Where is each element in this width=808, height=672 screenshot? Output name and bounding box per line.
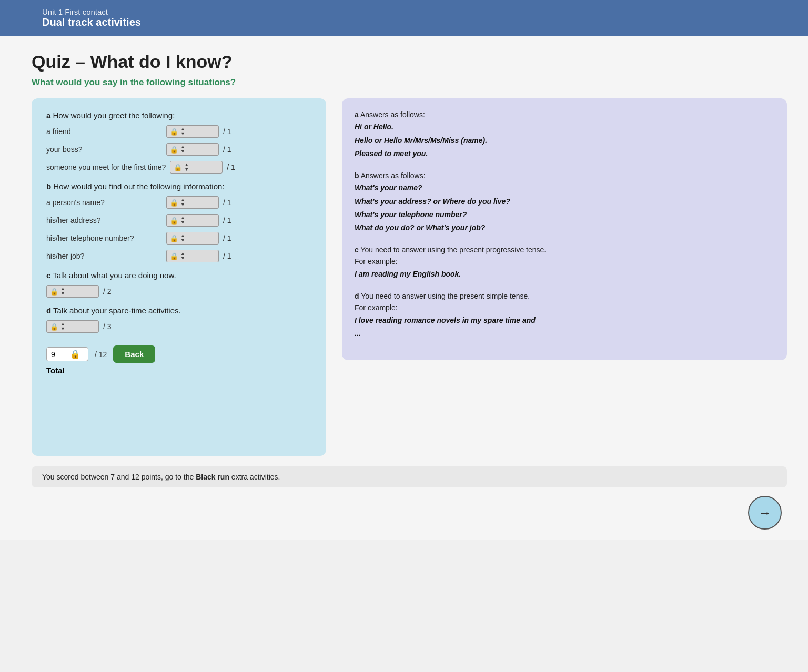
section-b-score-1: / 1 xyxy=(223,198,231,207)
lock-icon-3: 🔒 xyxy=(174,164,182,171)
spinner-b1[interactable]: ▲ ▼ xyxy=(180,198,185,207)
bottom-info-bold: Black run xyxy=(196,473,229,481)
spinner-d[interactable]: ▲ ▼ xyxy=(60,322,65,331)
section-a-select-3[interactable]: 🔒 ▲ ▼ xyxy=(170,161,223,174)
section-b-label-4: his/her job? xyxy=(46,252,162,260)
next-arrow-button[interactable]: → xyxy=(748,496,782,530)
section-b-select-4[interactable]: 🔒 ▲ ▼ xyxy=(166,250,219,262)
total-input-box[interactable]: 🔒 xyxy=(46,347,88,361)
section-a-item-3: someone you meet for the first time? 🔒 ▲… xyxy=(46,161,311,174)
section-b-score-2: / 1 xyxy=(223,216,231,225)
section-c: c Talk about what you are doing now. 🔒 ▲… xyxy=(46,271,311,298)
spinner-b3[interactable]: ▲ ▼ xyxy=(180,233,185,243)
section-b: b How would you find out the following i… xyxy=(46,182,311,262)
answer-a-letter: a xyxy=(355,110,359,119)
section-b-item-4: his/her job? 🔒 ▲ ▼ / 1 xyxy=(46,250,311,262)
section-c-score: / 2 xyxy=(103,287,112,296)
answer-b: b Answers as follows: What's your name? … xyxy=(355,170,774,235)
section-b-item-1: a person's name? 🔒 ▲ ▼ / 1 xyxy=(46,196,311,209)
section-a-item-1: a friend 🔒 ▲ ▼ / 1 xyxy=(46,125,311,138)
section-d-score: / 3 xyxy=(103,322,112,331)
lock-icon-b4: 🔒 xyxy=(170,252,178,260)
lock-icon-2: 🔒 xyxy=(170,146,178,154)
section-b-question: b How would you find out the following i… xyxy=(46,182,311,191)
answer-c-intro: c You need to answer using the present p… xyxy=(355,244,774,268)
section-a-question: a How would you greet the following: xyxy=(46,111,311,120)
section-a-score-3: / 1 xyxy=(227,163,235,171)
spinner-2[interactable]: ▲ ▼ xyxy=(180,145,185,154)
lock-icon-b2: 🔒 xyxy=(170,217,178,225)
right-panel: a Answers as follows: Hi or Hello. Hello… xyxy=(342,98,787,360)
answer-a-lines: Hi or Hello. Hello or Hello Mr/Mrs/Ms/Mi… xyxy=(355,120,774,160)
total-of: / 12 xyxy=(95,350,107,359)
answer-c-lines: I am reading my English book. xyxy=(355,268,774,281)
section-b-item-2: his/her address? 🔒 ▲ ▼ / 1 xyxy=(46,214,311,227)
spinner-1[interactable]: ▲ ▼ xyxy=(180,127,185,136)
section-a-select-2[interactable]: 🔒 ▲ ▼ xyxy=(166,143,219,156)
section-c-input-row: 🔒 ▲ ▼ / 2 xyxy=(46,285,311,298)
answer-d: d You need to answer using the present s… xyxy=(355,290,774,340)
section-a-label-2: your boss? xyxy=(46,145,162,154)
total-row: 🔒 / 12 Back xyxy=(46,345,311,363)
lock-icon-total: 🔒 xyxy=(70,349,80,359)
left-panel: a How would you greet the following: a f… xyxy=(32,98,326,456)
answer-b-lines: What's your name? What's your address? o… xyxy=(355,181,774,235)
answer-c: c You need to answer using the present p… xyxy=(355,244,774,281)
quiz-subtitle: What would you say in the following situ… xyxy=(32,77,787,88)
section-a-score-2: / 1 xyxy=(223,145,231,154)
section-a-label-1: a friend xyxy=(46,127,162,136)
section-b-item-3: his/her telephone number? 🔒 ▲ ▼ / 1 xyxy=(46,232,311,245)
bottom-info-text1: You scored between 7 and 12 points, go t… xyxy=(42,473,196,481)
spinner-b4[interactable]: ▲ ▼ xyxy=(180,251,185,261)
total-label: Total xyxy=(46,366,311,375)
answer-d-letter: d xyxy=(355,292,359,300)
header-title: Dual track activities xyxy=(42,16,792,28)
spinner-b2[interactable]: ▲ ▼ xyxy=(180,216,185,225)
section-d: d Talk about your spare-time activities.… xyxy=(46,306,311,333)
spinner-c[interactable]: ▲ ▼ xyxy=(60,287,65,296)
section-b-score-4: / 1 xyxy=(223,252,231,260)
section-d-input-row: 🔒 ▲ ▼ / 3 xyxy=(46,320,311,333)
section-a-select-1[interactable]: 🔒 ▲ ▼ xyxy=(166,125,219,138)
answer-d-lines: I love reading romance novels in my spar… xyxy=(355,314,774,340)
lock-icon-1: 🔒 xyxy=(170,128,178,136)
section-a-label-3: someone you meet for the first time? xyxy=(46,163,166,171)
section-b-label-2: his/her address? xyxy=(46,216,162,225)
two-column-layout: a How would you greet the following: a f… xyxy=(32,98,787,456)
answer-d-intro: d You need to answer using the present s… xyxy=(355,290,774,314)
answer-b-letter: b xyxy=(355,171,359,180)
lock-icon-c: 🔒 xyxy=(50,288,58,296)
back-button[interactable]: Back xyxy=(113,345,155,363)
section-b-label-3: his/her telephone number? xyxy=(46,234,162,242)
total-value-input[interactable] xyxy=(51,350,67,359)
section-b-label-1: a person's name? xyxy=(46,198,162,207)
page-header: Unit 1 First contact Dual track activiti… xyxy=(0,0,808,36)
bottom-info-text2: extra activities. xyxy=(229,473,280,481)
section-b-select-2[interactable]: 🔒 ▲ ▼ xyxy=(166,214,219,227)
arrow-button-container: → xyxy=(32,496,787,530)
lock-icon-b3: 🔒 xyxy=(170,235,178,242)
section-c-select[interactable]: 🔒 ▲ ▼ xyxy=(46,285,99,298)
header-subtitle: Unit 1 First contact xyxy=(42,7,792,16)
section-a: a How would you greet the following: a f… xyxy=(46,111,311,174)
quiz-title: Quiz – What do I know? xyxy=(32,52,787,72)
spinner-3[interactable]: ▲ ▼ xyxy=(184,162,189,172)
bottom-info: You scored between 7 and 12 points, go t… xyxy=(32,466,787,487)
lock-icon-b1: 🔒 xyxy=(170,199,178,207)
section-c-question: c Talk about what you are doing now. xyxy=(46,271,311,280)
answer-a-intro: a Answers as follows: xyxy=(355,109,774,120)
answer-a: a Answers as follows: Hi or Hello. Hello… xyxy=(355,109,774,160)
section-d-select[interactable]: 🔒 ▲ ▼ xyxy=(46,320,99,333)
section-b-select-3[interactable]: 🔒 ▲ ▼ xyxy=(166,232,219,245)
section-d-question: d Talk about your spare-time activities. xyxy=(46,306,311,315)
section-b-score-3: / 1 xyxy=(223,234,231,242)
section-a-score-1: / 1 xyxy=(223,127,231,136)
answer-b-intro: b Answers as follows: xyxy=(355,170,774,181)
lock-icon-d: 🔒 xyxy=(50,323,58,331)
answer-c-letter: c xyxy=(355,246,359,254)
main-content: Quiz – What do I know? What would you sa… xyxy=(0,36,808,540)
section-a-item-2: your boss? 🔒 ▲ ▼ / 1 xyxy=(46,143,311,156)
section-b-select-1[interactable]: 🔒 ▲ ▼ xyxy=(166,196,219,209)
